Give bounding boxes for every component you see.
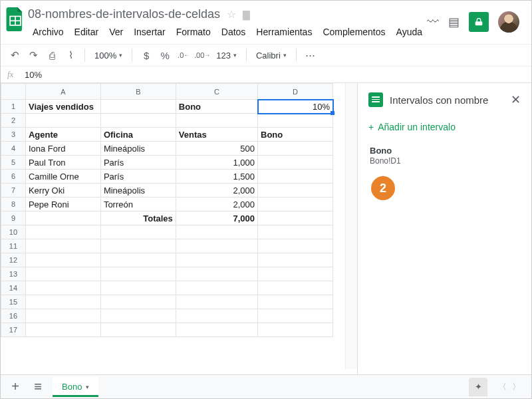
fx-label: fx [7,69,25,80]
menu-herramientas[interactable]: Herramientas [251,24,317,40]
menubar: Archivo Editar Ver Insertar Formato Dato… [28,23,427,44]
move-folder-icon[interactable]: ▇ [243,9,250,20]
zoom-select[interactable]: 100%▾ [92,49,125,62]
svg-rect-3 [475,21,483,25]
menu-editar[interactable]: Editar [70,24,104,40]
cell-active[interactable]: 10% [258,100,333,114]
formula-bar[interactable]: fx 10% [1,66,531,83]
menu-formato[interactable]: Formato [172,24,215,40]
sheet-tab-active[interactable]: Bono ▾ [53,376,98,397]
col-header-B[interactable]: B [100,84,176,100]
all-sheets-button[interactable]: ≡ [30,379,46,394]
paint-format-button[interactable]: ⌇ [63,47,78,63]
toolbar: ↶ ↷ ⎙ ⌇ 100%▾ $ % .0← .00→ 123▾ Calibri▾… [1,44,531,66]
select-all-corner[interactable] [1,84,26,100]
comments-icon[interactable]: ▤ [448,15,460,29]
spreadsheet-grid[interactable]: A B C D 1 Viajes vendidos Bono 10% 2 3 A… [1,83,333,337]
chevron-down-icon[interactable]: ▾ [86,384,89,390]
menu-ayuda[interactable]: Ayuda [392,24,427,40]
menu-archivo[interactable]: Archivo [28,24,68,40]
close-icon[interactable]: ✕ [511,92,521,107]
row-header[interactable]: 3 [1,128,26,142]
add-range-button[interactable]: + Añadir un intervalo [358,115,531,142]
percent-button[interactable]: % [158,47,172,63]
account-avatar[interactable] [498,11,519,33]
named-range-ref: Bono!D1 [370,156,521,166]
menu-ver[interactable]: Ver [104,24,128,40]
decrease-decimal-button[interactable]: .0← [176,47,191,63]
col-header-D[interactable]: D [258,84,333,100]
sheet-tabs-bar: + ≡ Bono ▾ ✦ 〈 〉 [1,374,531,398]
col-header-C[interactable]: C [176,84,257,100]
font-select[interactable]: Calibri▾ [253,49,289,62]
currency-button[interactable]: $ [139,47,154,63]
increase-decimal-button[interactable]: .00→ [195,47,209,63]
panel-title: Intervalos con nombre [390,94,504,106]
named-range-name: Bono [370,146,521,156]
activity-icon[interactable]: 〰 [427,15,439,29]
more-formats-button[interactable]: 123▾ [213,49,239,62]
cell[interactable]: Agente [25,128,100,142]
cell[interactable]: Viajes vendidos [25,100,100,114]
chevron-right-icon[interactable]: 〉 [512,381,521,393]
cell[interactable] [100,100,176,114]
row-header[interactable]: 7 [1,184,26,198]
menu-complementos[interactable]: Complementos [318,24,390,40]
named-range-item[interactable]: Bono Bono!D1 [358,142,531,167]
explore-button[interactable]: ✦ [469,378,487,396]
add-sheet-button[interactable]: + [7,379,23,394]
print-button[interactable]: ⎙ [45,47,59,63]
cell[interactable]: Oficina [100,128,176,142]
row-header[interactable]: 1 [1,100,26,114]
toolbar-more-button[interactable]: ⋯ [303,47,318,63]
undo-button[interactable]: ↶ [7,47,22,63]
plus-icon: + [368,122,374,132]
cell[interactable]: Bono [258,128,333,142]
sheets-logo[interactable] [6,6,25,33]
row-header[interactable]: 2 [1,114,26,128]
share-button[interactable] [469,12,489,32]
star-icon[interactable]: ☆ [227,8,236,21]
redo-button[interactable]: ↷ [26,47,41,63]
cell[interactable]: Ventas [176,128,257,142]
menu-insertar[interactable]: Insertar [129,24,170,40]
chevron-left-icon[interactable]: 〈 [498,381,507,393]
row-header[interactable]: 4 [1,142,26,156]
row-header[interactable]: 5 [1,156,26,170]
menu-datos[interactable]: Datos [217,24,251,40]
sheets-icon [368,92,383,107]
document-title[interactable]: 08-nombres-de-intervalos-de-celdas [28,7,220,21]
col-header-A[interactable]: A [25,84,100,100]
row-header[interactable]: 6 [1,170,26,184]
vertical-scrollbar[interactable] [345,83,357,369]
cell[interactable]: Bono [176,100,257,114]
row-header[interactable]: 8 [1,198,26,211]
fx-value[interactable]: 10% [25,70,42,80]
tutorial-callout: 2 [371,176,395,200]
named-ranges-panel: Intervalos con nombre ✕ + Añadir un inte… [357,83,531,388]
row-header[interactable]: 9 [1,211,26,225]
